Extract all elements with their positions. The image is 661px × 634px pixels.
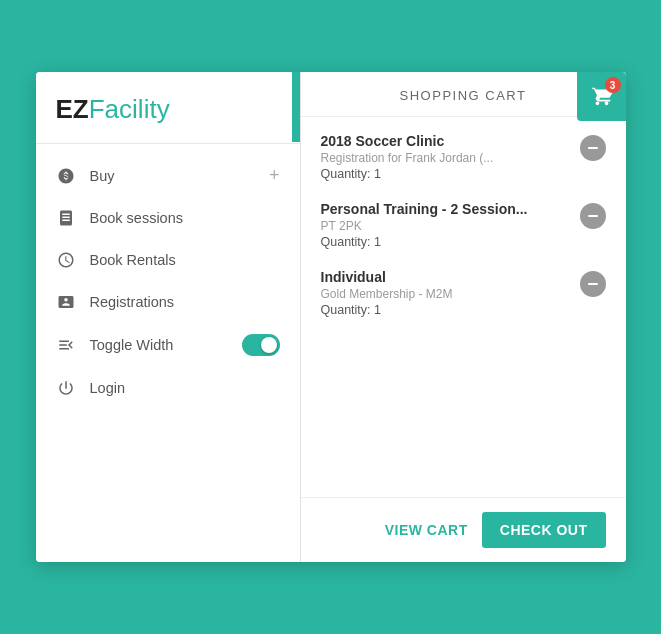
cart-item-2-qty: Quantity: 1 (321, 235, 570, 249)
id-icon (56, 292, 76, 312)
remove-item-3-button[interactable] (580, 271, 606, 297)
buy-plus-icon: + (269, 165, 280, 186)
sidebar-item-book-rentals[interactable]: Book Rentals (36, 239, 300, 281)
cart-footer: VIEW CART CHECK OUT (301, 497, 626, 562)
sidebar-item-book-sessions-label: Book sessions (90, 210, 280, 226)
cart-item-1-name: 2018 Soccer Clinic (321, 133, 570, 149)
clock-icon (56, 250, 76, 270)
checkout-button[interactable]: CHECK OUT (482, 512, 606, 548)
cart-item-3-name: Individual (321, 269, 570, 285)
view-cart-button[interactable]: VIEW CART (385, 522, 468, 538)
cart-item-3: Individual Gold Membership - M2M Quantit… (321, 269, 606, 317)
cart-item-2-sub: PT 2PK (321, 219, 570, 233)
main-container: EZFacility Buy + Book sessions (36, 72, 626, 562)
cart-item-2-info: Personal Training - 2 Session... PT 2PK … (321, 201, 570, 249)
cart-items: 2018 Soccer Clinic Registration for Fran… (301, 117, 626, 497)
cart-item-1-info: 2018 Soccer Clinic Registration for Fran… (321, 133, 570, 181)
logo-facility: Facility (89, 94, 170, 124)
toggle-width-switch[interactable] (242, 334, 280, 356)
sidebar-item-book-rentals-label: Book Rentals (90, 252, 280, 268)
cart-item-3-sub: Gold Membership - M2M (321, 287, 570, 301)
sidebar-item-book-sessions[interactable]: Book sessions (36, 197, 300, 239)
sidebar-item-registrations[interactable]: Registrations (36, 281, 300, 323)
cart-badge-count: 3 (605, 77, 621, 93)
sidebar-item-toggle-width[interactable]: Toggle Width (36, 323, 300, 367)
cart-item-3-info: Individual Gold Membership - M2M Quantit… (321, 269, 570, 317)
cart-item-1: 2018 Soccer Clinic Registration for Fran… (321, 133, 606, 181)
cart-item-2: Personal Training - 2 Session... PT 2PK … (321, 201, 606, 249)
toggle-slider (242, 334, 280, 356)
book-icon (56, 208, 76, 228)
sidebar-item-buy-label: Buy (90, 168, 255, 184)
sidebar-item-buy[interactable]: Buy + (36, 154, 300, 197)
cart-title: SHOPPING CART (400, 88, 527, 103)
cart-header-bar: SHOPPING CART 3 (301, 72, 626, 117)
logo-ez: EZ (56, 94, 89, 124)
cart-item-2-name: Personal Training - 2 Session... (321, 201, 570, 217)
sidebar-item-login-label: Login (90, 380, 280, 396)
cart-item-3-qty: Quantity: 1 (321, 303, 570, 317)
sidebar-item-registrations-label: Registrations (90, 294, 280, 310)
cart-icon-badge: 3 (577, 72, 626, 121)
dollar-icon (56, 166, 76, 186)
power-icon (56, 378, 76, 398)
cart-item-1-sub: Registration for Frank Jordan (... (321, 151, 570, 165)
cart-item-1-qty: Quantity: 1 (321, 167, 570, 181)
remove-item-1-button[interactable] (580, 135, 606, 161)
nav-list: Buy + Book sessions Book Rentals (36, 144, 300, 562)
remove-item-2-button[interactable] (580, 203, 606, 229)
logo-accent (292, 72, 300, 142)
right-panel: SHOPPING CART 3 2018 Soccer Clinic Regis… (301, 72, 626, 562)
logo-area: EZFacility (36, 72, 300, 144)
sidebar-item-login[interactable]: Login (36, 367, 300, 409)
sidebar-item-toggle-width-label: Toggle Width (90, 337, 228, 353)
logo: EZFacility (56, 94, 170, 125)
toggle-icon (56, 335, 76, 355)
left-panel: EZFacility Buy + Book sessions (36, 72, 301, 562)
